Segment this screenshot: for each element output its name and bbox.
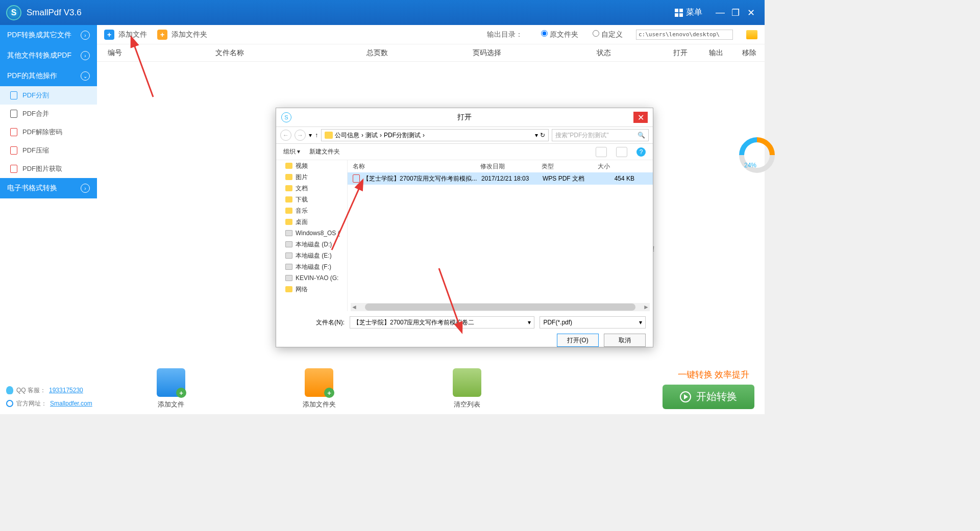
- organize-button[interactable]: 组织 ▾: [283, 147, 300, 156]
- file-icon: [10, 165, 17, 173]
- add-file-button[interactable]: +添加文件: [104, 30, 147, 40]
- output-path-input[interactable]: [636, 30, 733, 40]
- big-add-file[interactable]: +添加文件: [97, 368, 245, 409]
- help-button[interactable]: ?: [636, 147, 646, 157]
- file-icon: [10, 91, 17, 99]
- big-clear-list[interactable]: 清空列表: [393, 368, 541, 409]
- tree-node[interactable]: 视频: [276, 160, 347, 171]
- tree-node[interactable]: 本地磁盘 (D:): [276, 239, 347, 250]
- breadcrumb[interactable]: 公司信息› 测试› PDF分割测试› ▾ ↻: [321, 129, 549, 141]
- filetype-combobox[interactable]: PDF(*.pdf)▾: [540, 316, 646, 328]
- cancel-button[interactable]: 取消: [604, 334, 646, 347]
- toolbar: +添加文件 +添加文件夹 输出目录： 原文件夹 自定义: [97, 25, 765, 44]
- minimize-button[interactable]: —: [713, 5, 728, 20]
- tree-node[interactable]: KEVIN-YAO (G:: [276, 272, 347, 284]
- tree-node[interactable]: 文档: [276, 183, 347, 194]
- dialog-search[interactable]: 搜索"PDF分割测试" 🔍: [552, 129, 649, 141]
- title-bar: S SmallPdf V3.6 菜单 — ❐ ✕: [0, 0, 765, 25]
- search-icon: 🔍: [638, 132, 645, 139]
- sidebar-section-ebook[interactable]: 电子书格式转换 ›: [0, 178, 97, 198]
- tree-node[interactable]: 图片: [276, 171, 347, 183]
- dialog-title-bar: S 打开 ✕: [276, 108, 653, 127]
- sidebar-footer: QQ 客服： 1933175230 官方网址： Smallpdfer.com: [0, 384, 97, 410]
- dialog-nav-bar: ← → ▾ ↑ 公司信息› 测试› PDF分割测试› ▾ ↻ 搜索"PDF分割测…: [276, 127, 653, 144]
- file-list-headers: 名称 修改日期 类型 大小: [348, 160, 653, 172]
- file-icon: [10, 146, 17, 155]
- sidebar: PDF转换成其它文件 › 其他文件转换成PDF › PDF的其他操作 ⌄ PDF…: [0, 25, 97, 414]
- menu-button[interactable]: 菜单: [675, 7, 702, 18]
- sidebar-section-convert-to[interactable]: 其他文件转换成PDF ›: [0, 45, 97, 66]
- big-add-folder[interactable]: +添加文件夹: [245, 368, 393, 409]
- plus-icon: +: [104, 30, 114, 40]
- refresh-button[interactable]: ↻: [540, 132, 545, 139]
- col-pagesel: 页码选择: [428, 48, 546, 58]
- file-icon: [10, 128, 17, 136]
- col-remove: 移除: [734, 48, 765, 58]
- dialog-icon: S: [281, 112, 291, 122]
- chevron-right-icon: ›: [81, 184, 90, 193]
- chevron-right-icon: ›: [81, 51, 90, 60]
- radio-original[interactable]: 原文件夹: [537, 30, 578, 39]
- view-mode-button[interactable]: [596, 147, 607, 157]
- tree-node[interactable]: 本地磁盘 (F:): [276, 261, 347, 272]
- horizontal-scrollbar[interactable]: ◄►: [351, 303, 650, 311]
- tree-node[interactable]: 桌面: [276, 216, 347, 227]
- back-button[interactable]: ←: [280, 130, 291, 141]
- forward-button[interactable]: →: [295, 130, 306, 141]
- dialog-toolbar: 组织 ▾ 新建文件夹 ?: [276, 144, 653, 160]
- plus-icon: +: [157, 30, 167, 40]
- folder-tree[interactable]: 视频 图片 文档 下载 音乐 桌面 Windows8_OS ( 本地磁盘 (D:…: [276, 160, 348, 311]
- ie-icon: [6, 400, 13, 407]
- progress-donut: 24%: [739, 137, 780, 178]
- sidebar-item-split[interactable]: PDF分割: [0, 86, 97, 105]
- app-logo-icon: S: [6, 5, 21, 20]
- close-button[interactable]: ✕: [743, 5, 758, 20]
- sidebar-section-other-ops[interactable]: PDF的其他操作 ⌄: [0, 66, 97, 86]
- app-window: S SmallPdf V3.6 菜单 — ❐ ✕ PDF转换成其它文件 › 其他…: [0, 0, 765, 414]
- output-label: 输出目录：: [487, 30, 523, 39]
- file-icon: [10, 110, 17, 118]
- browse-folder-button[interactable]: [746, 30, 757, 39]
- dialog-footer: 文件名(N): 【芝士学院】27007应用文写作考前模拟卷二▾ PDF(*.pd…: [276, 311, 653, 352]
- filename-label: 文件名(N):: [283, 318, 345, 327]
- file-row[interactable]: 【芝士学院】27007应用文写作考前模拟... 2017/12/21 18:03…: [348, 172, 653, 185]
- radio-custom[interactable]: 自定义: [589, 30, 623, 39]
- qq-link[interactable]: 1933175230: [49, 387, 83, 394]
- col-open: 打开: [663, 48, 698, 58]
- main-area: +添加文件 +添加文件夹 输出目录： 原文件夹 自定义 编号 文件名称 总页数 …: [97, 25, 765, 414]
- preview-pane-button[interactable]: [616, 147, 627, 157]
- grid-icon: [675, 9, 683, 17]
- tree-node[interactable]: 音乐: [276, 205, 347, 216]
- maximize-button[interactable]: ❐: [728, 5, 743, 20]
- col-output: 输出: [698, 48, 734, 58]
- open-button[interactable]: 打开(O): [557, 334, 599, 347]
- folder-icon: [325, 132, 333, 139]
- sidebar-item-extract-images[interactable]: PDF图片获取: [0, 160, 97, 178]
- tree-node[interactable]: Windows8_OS (: [276, 227, 347, 239]
- up-button[interactable]: ↑: [315, 132, 318, 139]
- tree-node[interactable]: 本地磁盘 (E:): [276, 250, 347, 261]
- sidebar-section-convert-from[interactable]: PDF转换成其它文件 ›: [0, 25, 97, 45]
- col-pages: 总页数: [326, 48, 428, 58]
- filename-combobox[interactable]: 【芝士学院】27007应用文写作考前模拟卷二▾: [350, 316, 534, 328]
- qq-icon: [6, 386, 13, 394]
- sidebar-item-merge[interactable]: PDF合并: [0, 105, 97, 123]
- pdf-icon: [353, 174, 360, 183]
- dialog-body: 视频 图片 文档 下载 音乐 桌面 Windows8_OS ( 本地磁盘 (D:…: [276, 160, 653, 311]
- site-link[interactable]: Smallpdfer.com: [50, 400, 92, 407]
- dialog-close-button[interactable]: ✕: [633, 112, 648, 123]
- file-list: 名称 修改日期 类型 大小 【芝士学院】27007应用文写作考前模拟... 20…: [348, 160, 653, 311]
- chevron-right-icon: ›: [81, 31, 90, 40]
- bottom-bar: +添加文件 +添加文件夹 清空列表 一键转换 效率提升 开始转换: [97, 363, 765, 414]
- tree-node[interactable]: 网络: [276, 284, 347, 295]
- new-folder-button[interactable]: 新建文件夹: [309, 147, 340, 156]
- col-filename: 文件名称: [133, 48, 326, 58]
- start-convert-button[interactable]: 开始转换: [663, 385, 754, 409]
- column-headers: 编号 文件名称 总页数 页码选择 状态 打开 输出 移除: [97, 44, 765, 62]
- sidebar-item-compress[interactable]: PDF压缩: [0, 141, 97, 160]
- chevron-down-icon: ⌄: [81, 71, 90, 81]
- tree-node[interactable]: 下载: [276, 194, 347, 205]
- promo-text: 一键转换 效率提升: [663, 369, 765, 381]
- add-folder-button[interactable]: +添加文件夹: [157, 30, 207, 40]
- sidebar-item-unlock[interactable]: PDF解除密码: [0, 123, 97, 141]
